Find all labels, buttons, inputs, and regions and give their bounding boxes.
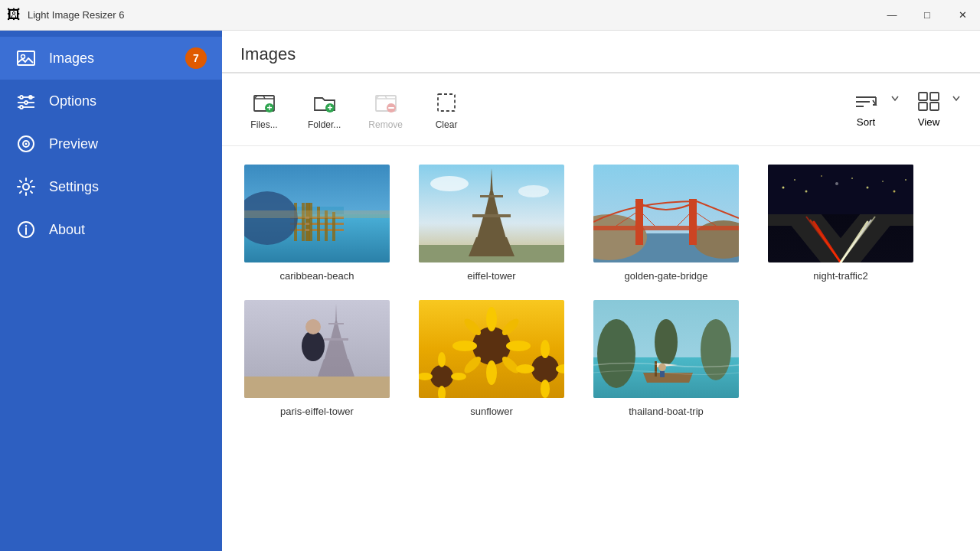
- image-item-night-traffic2[interactable]: night-traffic2: [764, 165, 917, 282]
- svg-point-81: [835, 182, 838, 185]
- image-item-golden-gate-bridge[interactable]: golden-gate-bridge: [590, 165, 743, 282]
- svg-point-84: [882, 181, 884, 182]
- svg-point-78: [794, 179, 795, 181]
- svg-rect-96: [328, 323, 344, 324]
- image-thumb-eiffel-tower: [419, 165, 564, 262]
- image-thumb-thailand-boat-trip: [593, 300, 739, 398]
- close-button[interactable]: ✕: [945, 0, 980, 31]
- svg-rect-45: [309, 203, 312, 241]
- toolbar: + Files... + Folder...: [222, 73, 980, 146]
- image-thumb-caribbean-beach: [244, 165, 390, 262]
- sidebar-item-settings[interactable]: Settings: [0, 165, 222, 208]
- view-group: View: [910, 85, 965, 134]
- files-label: Files...: [250, 119, 277, 130]
- image-item-thailand-boat-trip[interactable]: thailand-boat-trip: [590, 300, 743, 417]
- svg-point-99: [486, 307, 497, 331]
- sidebar: Images 7 Options: [0, 31, 222, 551]
- preview-icon: [15, 133, 37, 155]
- svg-point-123: [658, 364, 666, 371]
- svg-point-2: [20, 96, 23, 99]
- images-grid: caribbean-beach: [237, 158, 965, 423]
- sidebar-item-settings-label: Settings: [49, 179, 99, 195]
- window-controls: — □ ✕: [874, 0, 980, 31]
- image-thumb-golden-gate-bridge: [593, 165, 739, 262]
- title-bar-left: 🖼 Light Image Resizer 6: [6, 8, 124, 23]
- image-name-caribbean-beach: caribbean-beach: [280, 270, 354, 282]
- svg-point-101: [452, 341, 477, 351]
- remove-label: Remove: [368, 119, 403, 130]
- maximize-button[interactable]: □: [910, 0, 945, 31]
- view-label: View: [918, 116, 940, 128]
- svg-rect-68: [593, 226, 739, 230]
- svg-point-61: [518, 185, 549, 197]
- sidebar-item-options[interactable]: Options: [0, 80, 222, 122]
- main-content: Images + Files...: [222, 31, 980, 551]
- svg-rect-33: [930, 93, 939, 100]
- image-name-night-traffic2: night-traffic2: [813, 270, 867, 282]
- sidebar-item-images[interactable]: Images 7: [0, 37, 222, 80]
- image-item-caribbean-beach[interactable]: caribbean-beach: [240, 165, 394, 282]
- sidebar-item-options-label: Options: [49, 93, 96, 109]
- folder-button[interactable]: + Folder...: [297, 83, 351, 136]
- svg-point-82: [851, 178, 853, 179]
- main-header: Images: [222, 31, 980, 73]
- svg-point-115: [516, 364, 534, 373]
- view-button[interactable]: View: [910, 85, 948, 134]
- svg-point-111: [451, 373, 466, 380]
- svg-rect-32: [919, 93, 927, 100]
- image-thumb-night-traffic2: [768, 165, 913, 262]
- svg-point-112: [531, 355, 559, 383]
- images-icon: [15, 47, 37, 69]
- images-area[interactable]: caribbean-beach: [222, 146, 980, 551]
- sidebar-item-preview[interactable]: Preview: [0, 122, 222, 165]
- folder-label: Folder...: [308, 119, 341, 130]
- sidebar-item-images-label: Images: [49, 51, 94, 67]
- svg-point-108: [438, 352, 446, 367]
- settings-icon: [15, 176, 37, 197]
- svg-point-3: [24, 101, 28, 104]
- image-name-paris-eiffel-tower: paris-eiffel-tower: [280, 406, 354, 417]
- image-name-thailand-boat-trip: thailand-boat-trip: [629, 406, 704, 417]
- minimize-button[interactable]: —: [874, 0, 910, 31]
- image-thumb-sunflower: [419, 300, 564, 398]
- svg-point-79: [805, 191, 808, 193]
- svg-rect-95: [324, 338, 348, 341]
- files-icon: +: [250, 89, 278, 116]
- page-title: Images: [240, 44, 962, 64]
- image-item-eiffel-tower[interactable]: eiffel-tower: [415, 165, 568, 282]
- folder-icon: +: [311, 89, 338, 116]
- sort-dropdown-button[interactable]: [887, 85, 903, 108]
- svg-rect-0: [18, 51, 34, 65]
- files-button[interactable]: + Files...: [237, 83, 291, 136]
- svg-point-119: [597, 319, 635, 388]
- image-item-paris-eiffel-tower[interactable]: paris-eiffel-tower: [240, 300, 394, 417]
- image-name-eiffel-tower: eiffel-tower: [467, 270, 515, 282]
- remove-button[interactable]: Remove: [358, 83, 413, 136]
- svg-rect-50: [244, 210, 390, 218]
- clear-label: Clear: [436, 119, 458, 130]
- svg-marker-57: [469, 237, 514, 256]
- view-dropdown-button[interactable]: [948, 85, 965, 108]
- svg-point-9: [20, 106, 23, 109]
- svg-point-86: [905, 179, 906, 181]
- clear-button[interactable]: Clear: [420, 83, 473, 136]
- svg-point-15: [23, 184, 29, 190]
- svg-point-113: [541, 340, 550, 358]
- svg-point-60: [430, 176, 469, 191]
- sort-label: Sort: [857, 116, 875, 128]
- options-icon: [15, 90, 37, 112]
- svg-point-90: [305, 319, 321, 334]
- images-badge: 7: [185, 47, 207, 69]
- svg-rect-44: [302, 203, 305, 241]
- svg-rect-35: [930, 103, 939, 110]
- image-item-sunflower[interactable]: sunflower: [415, 300, 568, 417]
- sidebar-item-about[interactable]: About: [0, 208, 222, 251]
- svg-rect-58: [472, 214, 511, 217]
- title-bar: 🖼 Light Image Resizer 6 — □ ✕: [0, 0, 980, 31]
- svg-rect-76: [768, 165, 913, 214]
- svg-point-102: [506, 341, 531, 351]
- svg-point-107: [430, 365, 453, 388]
- sort-button[interactable]: Sort: [845, 85, 887, 134]
- sidebar-item-preview-label: Preview: [49, 136, 98, 152]
- view-icon: [917, 91, 940, 113]
